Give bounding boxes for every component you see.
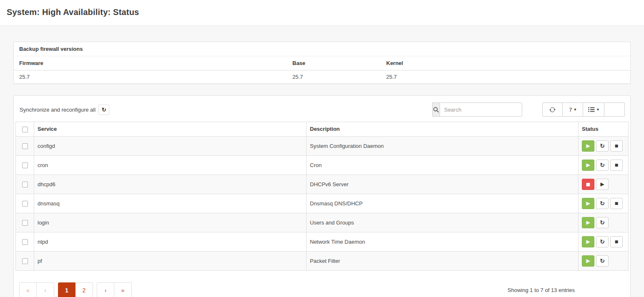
services-table: Service Description Status configd Syste… <box>15 122 629 271</box>
search-input[interactable] <box>440 102 522 117</box>
service-description: Packet Filter <box>307 251 579 270</box>
table-footer: « ‹ 1 2 › » Showing 1 to 7 of 13 entries <box>14 271 630 297</box>
status-running-button[interactable]: ▶ <box>582 217 594 228</box>
stop-button[interactable]: ■ <box>610 236 623 247</box>
table-row: dhcpd6 DHCPv6 Server ■ ▶ <box>16 175 629 194</box>
restart-button[interactable]: ↻ <box>596 160 609 171</box>
chevron-down-icon: ▾ <box>597 107 599 112</box>
table-row: configd System Configuration Daemon ▶ ↻ … <box>16 136 629 155</box>
service-description: System Configuration Daemon <box>307 136 579 155</box>
row-checkbox[interactable] <box>22 162 28 168</box>
entries-summary: Showing 1 to 7 of 13 entries <box>508 287 625 293</box>
table-row: pf Packet Filter ▶ ↻ <box>16 251 629 270</box>
restart-icon: ↻ <box>600 162 605 168</box>
stop-icon: ■ <box>615 240 619 244</box>
versions-table: Firmware Base Kernel 25.7 25.7 25.7 <box>14 56 630 84</box>
service-name: dhcpd6 <box>34 175 307 194</box>
col-base: Base <box>287 56 381 70</box>
pagination-next-button[interactable]: › <box>97 282 114 297</box>
restart-button[interactable]: ↻ <box>596 217 609 228</box>
col-service: Service <box>34 122 307 137</box>
service-name: dnsmasq <box>34 194 307 213</box>
stop-button[interactable]: ■ <box>610 160 623 171</box>
pagination-prev-button[interactable]: ‹ <box>37 282 54 297</box>
page-title: System: High Availability: Status <box>7 7 637 17</box>
toolbar-extra-button[interactable] <box>604 102 625 117</box>
list-icon <box>588 107 595 112</box>
restart-icon: ↻ <box>600 200 605 207</box>
row-checkbox[interactable] <box>22 220 28 226</box>
play-icon: ▶ <box>586 239 590 245</box>
refresh-table-button[interactable] <box>542 102 563 117</box>
play-icon: ▶ <box>586 162 590 168</box>
play-icon: ▶ <box>586 143 590 149</box>
table-row: ntpd Network Time Daemon ▶ ↻ ■ <box>16 232 629 251</box>
status-running-button[interactable]: ▶ <box>582 140 594 152</box>
refresh-icon: ↻ <box>102 107 106 113</box>
stop-icon: ■ <box>615 144 619 148</box>
row-checkbox[interactable] <box>22 201 28 207</box>
service-name: ntpd <box>34 232 307 251</box>
col-description: Description <box>307 122 579 137</box>
chevron-left-icon: ‹ <box>44 287 46 294</box>
table-row: dnsmasq Dnsmasq DNS/DHCP ▶ ↻ ■ <box>16 194 629 213</box>
restart-button[interactable]: ↻ <box>596 255 609 267</box>
double-chevron-left-icon: « <box>26 287 30 294</box>
base-version: 25.7 <box>287 70 381 84</box>
pagination: « ‹ 1 2 › » <box>19 282 132 297</box>
service-description: Network Time Daemon <box>307 232 579 251</box>
firmware-version: 25.7 <box>14 70 287 84</box>
play-icon: ▶ <box>586 220 590 225</box>
service-description: DHCPv6 Server <box>307 175 579 194</box>
col-status: Status <box>579 122 629 137</box>
status-running-button[interactable]: ▶ <box>582 160 594 171</box>
row-checkbox[interactable] <box>22 182 28 187</box>
stop-button[interactable]: ■ <box>610 140 623 152</box>
status-running-button[interactable]: ▶ <box>582 236 594 247</box>
page-size-dropdown[interactable]: 7 ▾ <box>563 102 583 117</box>
backup-versions-title: Backup firewall versions <box>14 42 630 56</box>
services-toolbar: Synchronize and reconfigure all ↻ <box>14 96 630 122</box>
chevron-right-icon: › <box>105 287 107 294</box>
select-all-checkbox[interactable] <box>22 127 28 132</box>
status-running-button[interactable]: ▶ <box>582 255 594 267</box>
row-checkbox[interactable] <box>22 143 28 149</box>
row-checkbox[interactable] <box>22 258 28 264</box>
status-stopped-button[interactable]: ■ <box>582 179 594 190</box>
columns-dropdown[interactable]: ▾ <box>583 102 604 117</box>
pagination-page-1[interactable]: 1 <box>58 282 75 297</box>
restart-icon: ↻ <box>600 219 605 226</box>
pagination-last-button[interactable]: » <box>114 282 132 297</box>
service-description: Users and Groups <box>307 213 579 232</box>
sync-all-button[interactable]: ↻ <box>98 105 109 115</box>
table-row: login Users and Groups ▶ ↻ <box>16 213 629 232</box>
restart-button[interactable]: ↻ <box>596 140 609 152</box>
stop-icon: ■ <box>615 163 619 167</box>
sync-all-label: Synchronize and reconfigure all <box>20 107 96 113</box>
table-controls: 7 ▾ ▾ <box>542 102 625 117</box>
restart-button[interactable]: ↻ <box>596 198 609 209</box>
service-name: pf <box>34 251 307 270</box>
start-button[interactable]: ▶ <box>596 179 609 190</box>
play-icon: ▶ <box>586 258 590 264</box>
service-name: login <box>34 213 307 232</box>
table-header-row: Service Description Status <box>16 122 629 137</box>
services-panel: Synchronize and reconfigure all ↻ <box>13 95 631 297</box>
chevron-down-icon: ▾ <box>574 107 576 112</box>
stop-button[interactable]: ■ <box>610 198 623 209</box>
restart-icon: ↻ <box>600 238 605 245</box>
kernel-version: 25.7 <box>381 70 630 84</box>
page-size-value: 7 <box>569 107 572 113</box>
refresh-icon <box>549 107 556 113</box>
restart-button[interactable]: ↻ <box>596 236 609 247</box>
versions-row: 25.7 25.7 25.7 <box>14 70 630 84</box>
search-group <box>432 102 522 117</box>
play-icon: ▶ <box>586 200 590 206</box>
service-description: Cron <box>307 155 579 175</box>
play-icon: ▶ <box>600 181 604 187</box>
pagination-page-2[interactable]: 2 <box>75 282 93 297</box>
status-running-button[interactable]: ▶ <box>582 198 594 209</box>
table-row: cron Cron ▶ ↻ ■ <box>16 155 629 175</box>
row-checkbox[interactable] <box>22 239 28 245</box>
pagination-first-button[interactable]: « <box>19 282 37 297</box>
